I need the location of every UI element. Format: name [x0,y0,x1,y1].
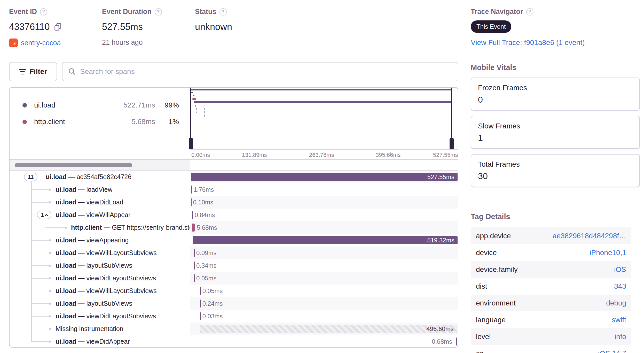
missing-instrumentation-bar[interactable]: 496.60ms [200,325,457,333]
tag-row: levelinfo [471,328,631,345]
span-bar[interactable] [191,198,192,206]
span-bar[interactable] [192,211,193,219]
span-row[interactable]: ui.load — viewDidLayoutSubviews 0.05ms [10,272,458,285]
minimap-span [190,89,452,90]
span-bar[interactable] [200,312,201,320]
span-duration: 0.03ms [202,313,223,320]
trace-navigator-section: Trace Navigator ? This Event View Full T… [471,8,585,47]
span-duration: 0.84ms [195,211,215,219]
span-bar[interactable] [192,224,195,232]
span-row[interactable]: ui.load — viewDidLoad 0.10ms [10,196,458,209]
span-bar[interactable] [200,287,201,295]
minimap-span [204,108,205,110]
horizontal-scrollbar[interactable] [15,163,132,167]
project-link[interactable]: sentry-cocoa [21,39,61,47]
help-icon[interactable]: ? [40,8,47,16]
copy-icon[interactable] [53,22,62,31]
tag-row: device.familyiOS [471,261,631,278]
tag-row: deviceiPhone10,1 [471,244,631,261]
span-duration: 0.10ms [193,199,213,206]
span-search [62,62,458,81]
tag-row: languageswift [471,311,631,328]
span-row[interactable]: ui.load — viewDidLayoutSubviews 0.03ms [10,310,458,323]
span-bar[interactable]: 519.32ms [193,236,457,244]
legend-item-http-client[interactable]: http.client 5.68ms 1% [10,113,190,130]
span-count-pill[interactable]: 11 [24,173,37,181]
minimap-right-handle[interactable] [450,138,454,149]
this-event-badge: This Event [471,20,511,33]
axis-tick-label: 395.66ms [376,152,401,158]
trace-view-panel: ui.load 522.71ms 99% http.client 5.68ms … [9,87,458,348]
span-bar[interactable] [194,249,195,257]
span-row[interactable]: ui.load — loadView 1.76ms [10,183,458,196]
axis-tick-label: 131.89ms [242,152,267,158]
span-bar[interactable]: 527.55ms [191,173,458,181]
span-row[interactable]: 11 ui.load — ac354af5e82c4726 527.55ms [10,171,458,183]
span-row[interactable]: 1 ui.load — viewWillAppear 0.84ms [10,209,458,221]
span-duration: 1.76ms [193,186,214,193]
tag-value-link[interactable]: debug [606,299,626,307]
span-row[interactable]: ui.load — viewAppearing 519.32ms [10,234,458,247]
span-row[interactable]: ui.load — viewWillLayoutSubviews 0.09ms [10,247,458,259]
filter-button[interactable]: Filter [9,62,57,81]
span-duration: 527.55ms [427,173,454,181]
help-icon[interactable]: ? [219,8,227,16]
status-value: unknown [195,21,232,32]
span-duration: 0.34ms [196,262,217,269]
filter-icon [19,69,26,74]
span-count-pill[interactable]: 1 [37,211,51,219]
help-icon[interactable]: ? [526,8,533,16]
span-row[interactable]: Missing instrumentation 496.60ms [10,323,458,335]
tag-value-link[interactable]: iPhone10,1 [590,249,626,257]
swift-platform-icon [9,39,18,47]
search-input[interactable] [80,67,452,76]
span-tree: 11 ui.load — ac354af5e82c4726 527.55ms u… [10,171,458,348]
trace-navigator-label: Trace Navigator [471,8,523,16]
scroll-strip [10,159,458,171]
minimap-span [192,98,196,100]
event-duration-section: Event Duration ? 527.55ms 21 hours ago [102,8,162,47]
legend-item-ui-load[interactable]: ui.load 522.71ms 99% [10,97,190,113]
minimap-span [204,111,205,113]
span-row[interactable]: ui.load — viewDidAppear 0.68ms [10,335,458,348]
help-icon[interactable]: ? [155,8,162,16]
tag-value-link[interactable]: info [615,333,626,341]
event-id-value: 43376110 [9,21,50,32]
tag-row: environmentdebug [471,295,631,311]
span-bar[interactable] [194,262,195,270]
search-icon [68,68,76,75]
span-duration: 0.05ms [202,287,223,295]
tag-row: dist343 [471,278,631,295]
span-row[interactable]: ui.load — layoutSubViews 0.24ms [10,297,458,310]
tag-value-link[interactable]: 343 [614,282,626,290]
span-duration: 0.05ms [196,275,217,282]
status-section: Status ? unknown — [195,8,232,47]
ui-load-dot-icon [22,103,27,108]
view-full-trace-link[interactable]: View Full Trace: f901a8e6 (1 event) [471,39,585,47]
filter-button-label: Filter [29,67,47,76]
span-row[interactable]: http.client — GET https://sentry-brand.s… [10,221,458,234]
event-duration-value: 527.55ms [102,21,143,32]
tag-value-link[interactable]: ae3829618d484298f… [553,232,626,240]
minimap-left-handle[interactable] [189,138,193,149]
span-duration: 5.68ms [197,224,217,231]
tag-value-link[interactable]: iOS 14.7 [598,349,626,353]
span-bar[interactable] [456,337,457,346]
axis-tick-label: 263.78ms [309,152,334,158]
span-row[interactable]: ui.load — layoutSubViews 0.34ms [10,259,458,272]
tag-details-table: app.deviceae3829618d484298f… deviceiPhon… [471,227,631,353]
minimap-span [204,114,205,117]
total-frames-card: Total Frames 30 [471,154,640,187]
trace-minimap[interactable] [190,88,458,149]
minimap-span [195,105,196,107]
http-client-dot-icon [22,120,27,124]
tag-details-heading: Tag Details [471,212,510,221]
event-duration-ago: 21 hours ago [102,39,143,47]
minimap-span [197,111,197,113]
span-row[interactable]: ui.load — viewWillLayoutSubviews 0.05ms [10,285,458,297]
span-bar[interactable] [200,300,201,308]
tag-value-link[interactable]: swift [612,316,626,324]
span-bar[interactable] [191,186,192,194]
tag-value-link[interactable]: iOS [614,265,626,274]
span-bar[interactable] [194,274,195,282]
